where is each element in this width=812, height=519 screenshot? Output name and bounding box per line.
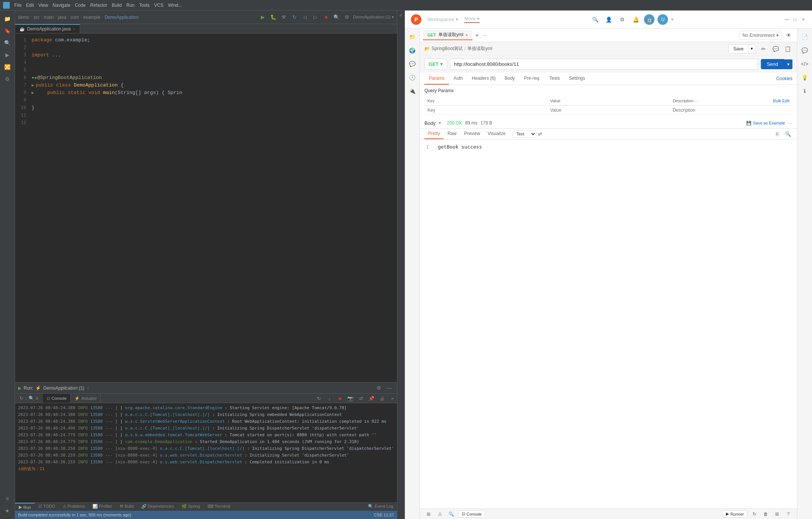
pm-grid-icon[interactable]: ⊞ — [773, 510, 781, 518]
file-tab-close[interactable]: × — [73, 27, 75, 31]
pm-tab-params[interactable]: Params — [424, 73, 449, 85]
settings-button[interactable]: ⚙ — [342, 13, 351, 22]
tab-eventlog[interactable]: 🔍 Event Log — [364, 503, 397, 511]
run-wrap-btn[interactable]: ⇄ — [356, 394, 365, 403]
workspaces-nav[interactable]: Workspaces ▾ — [427, 17, 458, 22]
tab-todo[interactable]: ☑ TODO — [35, 503, 59, 511]
pm-rs-info-icon[interactable]: ℹ — [800, 86, 810, 96]
pm-rs-comment-icon[interactable]: 💬 — [800, 45, 810, 56]
pm-settings-button[interactable]: ⚙ — [617, 14, 627, 25]
pm-trash-icon[interactable]: 🗑 — [762, 510, 770, 518]
pm-resp-search-icon[interactable]: 🔍 — [783, 129, 792, 138]
pm-search-button[interactable]: 🔍 — [590, 14, 600, 25]
run-pin-btn[interactable]: 📌 — [367, 394, 376, 403]
code-editor[interactable]: 1 package com.example; 2 3 import ... 4 … — [15, 33, 397, 382]
actuator-tab[interactable]: ⚡ Actuator — [71, 394, 101, 403]
menu-code[interactable]: Code — [75, 3, 86, 8]
tab-dependencies[interactable]: 🔗 Dependencies — [138, 503, 178, 511]
pm-resp-tab-visualize[interactable]: Visualize — [484, 129, 509, 139]
pm-close-button[interactable]: × — [801, 17, 806, 22]
pm-tab-more-button[interactable]: ··· — [482, 31, 488, 39]
pm-rs-code-icon[interactable]: </> — [800, 59, 810, 69]
pm-resp-more-icon[interactable]: ··· — [788, 120, 792, 126]
pm-bulk-edit-link[interactable]: Bulk Edit — [773, 99, 789, 103]
run-app-button[interactable]: ▶ — [258, 13, 267, 22]
pm-bottom-search-icon[interactable]: 🔍 — [447, 510, 455, 518]
pm-method-dropdown[interactable]: GET ▾ — [424, 59, 447, 70]
console-area[interactable]: 2023-07-26 08:48:24.388 INFO 13580 --- [… — [15, 403, 397, 502]
pm-save-dropdown-button[interactable]: ▾ — [748, 45, 755, 53]
pm-send-button[interactable]: Send — [761, 59, 784, 69]
pm-maximize-button[interactable]: □ — [792, 17, 798, 22]
debug-app-button[interactable]: 🐛 — [269, 13, 278, 22]
pm-resp-tab-raw[interactable]: Raw — [444, 129, 460, 139]
run-down-btn[interactable]: ↓ — [325, 394, 334, 403]
pm-tab-headers[interactable]: Headers (6) — [467, 73, 500, 85]
run-close-btn[interactable]: × — [388, 394, 397, 403]
search-button[interactable]: 🔍 — [332, 13, 341, 22]
menu-refactor[interactable]: Refactor — [90, 3, 107, 8]
more-nav[interactable]: More ▾ — [464, 16, 480, 23]
pm-save-example-link[interactable]: 💾 Save as Example — [746, 121, 785, 126]
pm-bottom-alert-icon[interactable]: ⚠ — [436, 510, 444, 518]
pm-user-button[interactable]: 👤 — [603, 14, 614, 25]
pm-body-chevron[interactable]: ▾ — [439, 120, 441, 126]
pm-console-btn[interactable]: ⊡ Console — [458, 510, 485, 517]
run-camera-btn[interactable]: 📷 — [346, 394, 355, 403]
pm-resp-copy-icon[interactable]: ⎘ — [773, 129, 782, 138]
pm-runner-button[interactable]: ▶ Runner — [723, 510, 747, 517]
pm-cookies-link[interactable]: Cookies — [776, 76, 792, 81]
pm-sidebar-history-icon[interactable]: 🕐 — [407, 72, 418, 83]
pm-duplicate-icon[interactable]: 📋 — [783, 44, 792, 54]
menu-run[interactable]: Run — [126, 3, 135, 8]
pm-tab-close-icon[interactable]: × — [465, 33, 468, 37]
sidebar-favorites-icon[interactable]: ★ — [2, 505, 13, 516]
pm-sidebar-env-icon[interactable]: 🌍 — [407, 45, 418, 56]
pm-tab-auth[interactable]: Auth — [449, 73, 467, 85]
menu-file[interactable]: File — [14, 3, 21, 8]
pm-rs-light-icon[interactable]: 💡 — [800, 72, 810, 83]
pm-tab-settings[interactable]: Settings — [564, 73, 589, 85]
pm-rs-docs-icon[interactable]: 📄 — [800, 32, 810, 42]
pm-resp-tab-pretty[interactable]: Pretty — [424, 129, 444, 139]
tab-build[interactable]: ⚒ Build — [116, 503, 138, 511]
sidebar-structure-icon[interactable]: ≡ — [2, 493, 13, 504]
menu-wind[interactable]: Wind... — [168, 3, 182, 8]
tab-profiler[interactable]: 📊 Profiler — [89, 503, 116, 511]
param-desc-input[interactable] — [673, 108, 789, 113]
pm-wrap-icon[interactable]: ⇄ — [538, 131, 542, 137]
pm-minimize-button[interactable]: — — [784, 17, 789, 22]
pm-tab-body[interactable]: Body — [500, 73, 519, 85]
pm-request-tab[interactable]: GET 单值读取yml × — [423, 30, 473, 40]
settings-run-button[interactable]: ⚙ — [374, 384, 383, 393]
pm-refresh-icon[interactable]: ↻ — [750, 510, 759, 518]
sidebar-bookmark-icon[interactable]: 🔖 — [2, 26, 13, 36]
tab-spring[interactable]: 🌿 Spring — [178, 503, 204, 511]
pm-tab-prereq[interactable]: Pre-req. — [520, 73, 545, 85]
tab-run[interactable]: ▶ Run — [15, 503, 35, 511]
pm-save-button[interactable]: Save — [729, 45, 748, 53]
pm-edit-icon[interactable]: ✏ — [759, 44, 768, 54]
pm-add-tab-button[interactable]: + — [473, 31, 482, 40]
menu-vcs[interactable]: VCS — [154, 3, 164, 8]
pm-avatar[interactable]: U — [657, 14, 668, 25]
minimize-run-button[interactable]: — — [385, 384, 394, 393]
pm-resp-tab-preview[interactable]: Preview — [460, 129, 484, 139]
run-tab-close[interactable]: × — [86, 385, 89, 391]
pm-format-select[interactable]: Text JSON XML HTML — [512, 130, 536, 138]
console-tab-label[interactable]: ⊡ Console — [43, 394, 71, 403]
sidebar-git-icon[interactable]: 🔀 — [2, 62, 13, 72]
sidebar-find-icon[interactable]: 🔍 — [2, 38, 13, 48]
menu-build[interactable]: Build — [112, 3, 122, 8]
sidebar-project-icon[interactable]: 📁 — [2, 14, 13, 24]
sidebar-plugins-icon[interactable]: ⚙ — [2, 74, 13, 84]
pm-sidebar-mock-icon[interactable]: 💬 — [407, 59, 418, 69]
pm-send-dropdown-button[interactable]: ▾ — [784, 59, 792, 69]
pm-bottom-grid-icon[interactable]: ⊞ — [424, 510, 433, 518]
pm-url-input[interactable] — [450, 59, 758, 70]
sidebar-run-icon[interactable]: ▶ — [2, 50, 13, 60]
param-key-input[interactable] — [427, 108, 544, 113]
th-more-dots[interactable]: ··· — [694, 98, 698, 104]
pm-env-icon-button[interactable]: 👁 — [783, 30, 794, 41]
prev-button[interactable]: ◁ — [300, 13, 309, 22]
